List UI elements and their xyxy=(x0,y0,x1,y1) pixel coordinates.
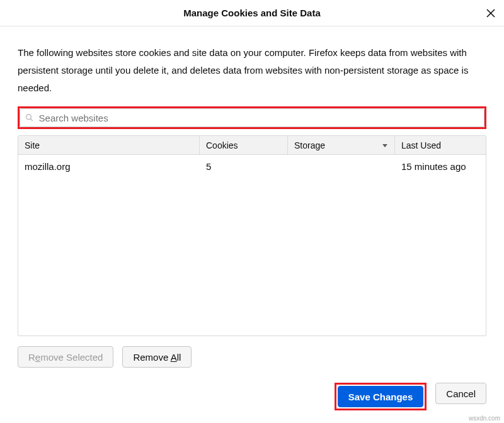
footer-right-actions: Save Changes Cancel xyxy=(0,383,504,423)
close-button[interactable] xyxy=(483,5,499,21)
button-label: Save Changes xyxy=(348,392,413,402)
dialog-description: The following websites store cookies and… xyxy=(18,44,486,96)
remove-selected-button[interactable]: Remove Selected xyxy=(18,346,113,368)
search-icon xyxy=(25,113,34,122)
column-header-last-used[interactable]: Last Used xyxy=(395,136,486,154)
svg-marker-4 xyxy=(382,144,387,147)
save-changes-button[interactable]: Save Changes xyxy=(338,386,424,407)
button-label: Remove Selected xyxy=(28,352,103,363)
dialog-titlebar: Manage Cookies and Site Data xyxy=(0,0,504,26)
table-header-row: Site Cookies Storage Last Used xyxy=(18,136,486,155)
remove-all-button[interactable]: Remove All xyxy=(122,346,192,368)
column-header-label: Site xyxy=(25,140,40,150)
search-highlight xyxy=(18,106,486,129)
button-label: Cancel xyxy=(446,388,476,399)
footer-left-actions: Remove Selected Remove All xyxy=(18,346,486,368)
cell-cookies: 5 xyxy=(200,155,288,178)
close-icon xyxy=(486,8,496,18)
column-header-label: Last Used xyxy=(401,140,441,150)
search-field[interactable] xyxy=(20,108,484,127)
column-header-storage[interactable]: Storage xyxy=(288,136,395,154)
cell-site: mozilla.org xyxy=(18,155,200,178)
save-highlight: Save Changes xyxy=(335,383,427,410)
cancel-button[interactable]: Cancel xyxy=(435,383,486,404)
column-header-label: Storage xyxy=(294,140,325,150)
column-header-label: Cookies xyxy=(206,140,238,150)
svg-point-2 xyxy=(26,115,32,120)
cell-last-used: 15 minutes ago xyxy=(395,155,486,178)
svg-line-3 xyxy=(31,119,33,121)
watermark: wsxdn.com xyxy=(469,415,500,422)
cell-storage xyxy=(288,155,395,178)
dialog-title: Manage Cookies and Site Data xyxy=(183,8,321,18)
sites-table: Site Cookies Storage Last Used mozilla.o… xyxy=(18,135,486,336)
search-input[interactable] xyxy=(38,112,479,124)
manage-cookies-dialog: Manage Cookies and Site Data The followi… xyxy=(0,0,504,423)
table-row[interactable]: mozilla.org 5 15 minutes ago xyxy=(18,155,486,178)
column-header-site[interactable]: Site xyxy=(18,136,200,154)
sort-indicator-icon xyxy=(382,140,388,150)
dialog-content: The following websites store cookies and… xyxy=(0,26,504,383)
button-label: Remove All xyxy=(133,352,181,363)
column-header-cookies[interactable]: Cookies xyxy=(200,136,288,154)
